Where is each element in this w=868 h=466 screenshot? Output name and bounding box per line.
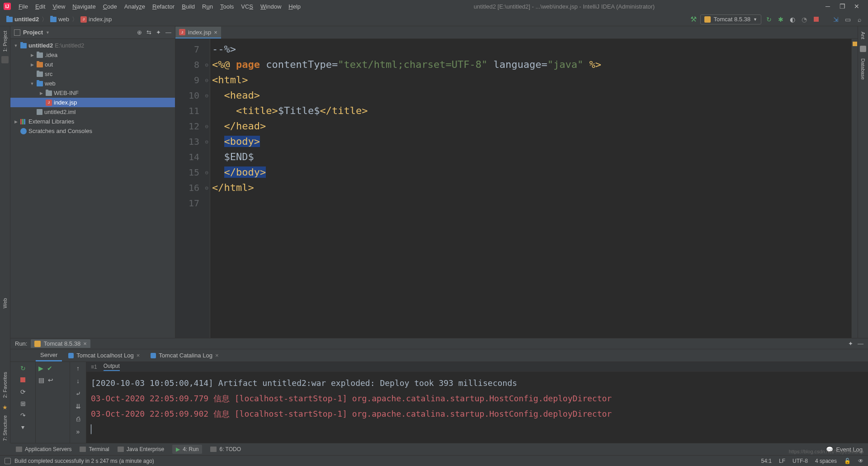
stop-button[interactable] xyxy=(812,16,820,23)
tool-tab-project[interactable]: 1: Project xyxy=(2,29,8,53)
breadcrumb-web[interactable]: web xyxy=(48,15,71,24)
run-subtab-server[interactable]: Server xyxy=(36,350,62,361)
close-icon[interactable]: × xyxy=(83,340,87,347)
navigation-bar: untitled2 〉 web 〉 Jindex.jsp ⚒ Tomcat 8.… xyxy=(0,13,868,26)
rerun-icon[interactable]: ↻ xyxy=(20,365,26,372)
filter-icon[interactable]: ▤ xyxy=(38,376,44,384)
tree-item-out[interactable]: ▶out xyxy=(10,60,175,69)
inspect-icon[interactable]: 👁 xyxy=(858,458,863,464)
bottom-tab-4-run[interactable]: ▶4: Run xyxy=(172,445,202,454)
menu-run[interactable]: Run xyxy=(199,2,216,11)
tool-tab-web[interactable]: Web xyxy=(2,296,8,310)
run-subtab-tomcat-localhost-log[interactable]: Tomcat Localhost Log× xyxy=(64,350,144,361)
gear-icon[interactable]: ✦ xyxy=(156,29,161,36)
update-icon[interactable]: ⇲ xyxy=(832,16,840,23)
breadcrumb-file[interactable]: Jindex.jsp xyxy=(79,15,113,24)
status-icon[interactable] xyxy=(5,458,11,464)
check-icon[interactable]: ✔ xyxy=(47,365,52,372)
hide-icon[interactable]: — xyxy=(858,340,863,347)
tree-item-src[interactable]: src xyxy=(10,69,175,79)
run-subtabs: ServerTomcat Localhost Log×Tomcat Catali… xyxy=(10,349,868,362)
bottom-tab-application-servers[interactable]: Application Servers xyxy=(16,446,71,452)
scroll-icon[interactable]: ⇊ xyxy=(75,403,81,410)
update-icon[interactable]: ⟳ xyxy=(20,388,26,395)
layout-icon[interactable]: ▭ xyxy=(844,16,852,23)
caret-pos[interactable]: 54:1 xyxy=(761,458,772,464)
menu-edit[interactable]: Edit xyxy=(32,2,48,11)
run-body: ↻ ⟳ ⊞ ↷ ▾ ▶✔ ▤↩ ↑ ↓ ⤶ ⇊ ⎙ » ≡1 Output [2… xyxy=(10,362,868,443)
tool-tab-database[interactable]: Database xyxy=(860,57,866,81)
build-icon[interactable]: ⚒ xyxy=(690,15,697,24)
encoding[interactable]: UTF-8 xyxy=(793,458,808,464)
deploy-icon[interactable]: ▾ xyxy=(21,423,24,431)
line-sep[interactable]: LF xyxy=(779,458,785,464)
menu-help[interactable]: Help xyxy=(285,2,304,11)
locate-icon[interactable]: ⊕ xyxy=(137,29,142,36)
minimize-button[interactable]: ─ xyxy=(825,3,831,10)
rerun-icon[interactable]: ↻ xyxy=(765,16,773,23)
tomcat-icon xyxy=(704,16,711,23)
close-tab-icon[interactable]: × xyxy=(214,29,217,36)
tree-item-web-inf[interactable]: ▶WEB-INF xyxy=(10,88,175,98)
menu-refactor[interactable]: Refactor xyxy=(149,2,178,11)
tool-tab-favorites[interactable]: 2: Favorites xyxy=(2,370,8,399)
menu-analyze[interactable]: Analyze xyxy=(121,2,148,11)
bottom-tab-java-enterprise[interactable]: Java Enterprise xyxy=(118,446,164,452)
more-icon[interactable]: » xyxy=(76,428,80,435)
search-icon[interactable]: ⌕ xyxy=(855,16,863,23)
menu-view[interactable]: View xyxy=(49,2,68,11)
debug-icon[interactable]: ✱ xyxy=(777,16,785,23)
tree-item-external-libraries[interactable]: ▶External Libraries xyxy=(10,117,175,126)
print-icon[interactable]: ⎙ xyxy=(76,415,80,423)
menu-navigate[interactable]: Navigate xyxy=(69,2,99,11)
menu-tools[interactable]: Tools xyxy=(217,2,237,11)
layout-icon[interactable]: ⊞ xyxy=(20,400,26,407)
close-button[interactable]: ✕ xyxy=(854,3,860,10)
menu-build[interactable]: Build xyxy=(179,2,198,11)
project-tree[interactable]: ▼untitled2 E:\untitled2▶.idea▶outsrc▼web… xyxy=(10,39,175,138)
chevron-down-icon[interactable]: ▼ xyxy=(46,30,50,35)
tree-item-untitled2[interactable]: ▼untitled2 E:\untitled2 xyxy=(10,41,175,50)
tree-item-web[interactable]: ▼web xyxy=(10,79,175,88)
down-icon[interactable]: ↓ xyxy=(76,377,80,385)
indent[interactable]: 4 spaces xyxy=(815,458,837,464)
output-tab-1[interactable]: ≡1 xyxy=(91,364,97,370)
tree-item-scratches-and-consoles[interactable]: Scratches and Consoles xyxy=(10,126,175,136)
menu-vcs[interactable]: VCS xyxy=(238,2,256,11)
jsp-icon: J xyxy=(179,29,185,35)
collapse-icon[interactable]: ⇆ xyxy=(146,29,151,36)
menu-window[interactable]: Window xyxy=(257,2,284,11)
project-panel-header: Project ▼ ⊕ ⇆ ✦ — xyxy=(10,26,175,39)
tree-item-untitled2-iml[interactable]: untitled2.iml xyxy=(10,107,175,117)
play-icon[interactable]: ▶ xyxy=(38,365,43,372)
hide-icon[interactable]: — xyxy=(165,29,171,36)
run-config-selector[interactable]: Tomcat 8.5.38 ▼ xyxy=(700,14,761,24)
lock-icon[interactable]: 🔓 xyxy=(844,458,851,464)
bottom-tab-6-todo[interactable]: 6: TODO xyxy=(210,446,241,452)
stop-icon[interactable] xyxy=(20,376,25,384)
breadcrumb-sep: 〉 xyxy=(72,15,78,24)
run-config-tab[interactable]: Tomcat 8.5.38 × xyxy=(31,339,90,348)
console-output[interactable]: [2020-10-03 10:05:00,414] Artifact untit… xyxy=(86,372,868,443)
tree-item--idea[interactable]: ▶.idea xyxy=(10,50,175,60)
editor-tab-index[interactable]: J index.jsp × xyxy=(175,27,221,38)
run-config-name: Tomcat 8.5.38 xyxy=(43,340,80,347)
run-subtab-tomcat-catalina-log[interactable]: Tomcat Catalina Log× xyxy=(146,350,223,361)
tool-tab-structure[interactable]: 7: Structure xyxy=(2,414,8,443)
profiler-icon[interactable]: ◔ xyxy=(800,16,808,23)
wrap-icon[interactable]: ⤶ xyxy=(75,390,81,397)
pin-icon[interactable]: ↷ xyxy=(20,412,26,419)
gear-icon[interactable]: ✦ xyxy=(848,340,853,347)
tool-tab-icon[interactable] xyxy=(1,56,9,63)
maximize-button[interactable]: ❐ xyxy=(839,3,845,10)
arrow-icon[interactable]: ↩ xyxy=(48,376,53,384)
up-icon[interactable]: ↑ xyxy=(76,365,80,372)
menu-code[interactable]: Code xyxy=(100,2,120,11)
tool-tab-ant[interactable]: Ant xyxy=(860,30,866,41)
breadcrumb-root[interactable]: untitled2 xyxy=(5,15,41,24)
coverage-icon[interactable]: ◐ xyxy=(788,16,797,23)
tree-item-index-jsp[interactable]: Jindex.jsp xyxy=(10,98,175,107)
bottom-tab-terminal[interactable]: Terminal xyxy=(80,446,109,452)
menu-file[interactable]: FFileile xyxy=(15,2,31,11)
output-tab-output[interactable]: Output xyxy=(104,363,120,371)
